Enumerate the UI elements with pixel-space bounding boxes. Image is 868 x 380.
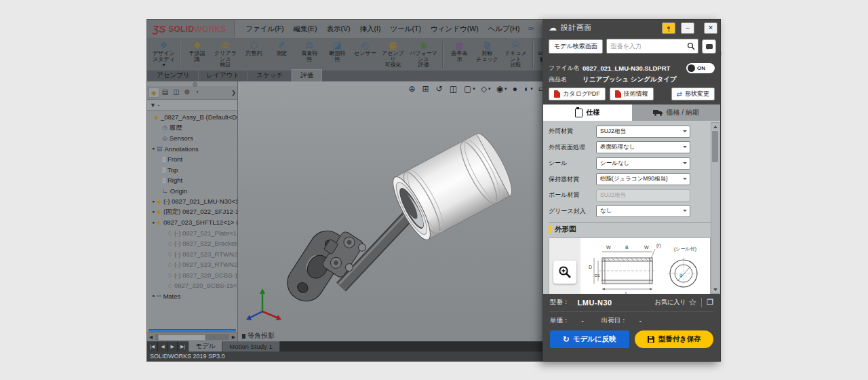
commandmanager-tab[interactable]: アセンブリ (149, 70, 199, 81)
comment-button[interactable] (702, 39, 716, 54)
part-number-input[interactable]: 型番を入力 (606, 39, 698, 54)
drawing-zoom-button[interactable] (553, 261, 576, 284)
ribbon-button[interactable]: ⧎ 対称 チェック (473, 40, 501, 70)
viewport-tool-button[interactable]: ◉▾ (496, 84, 507, 94)
ribbon-button[interactable]: ◉ パフォーマンス 評価 (407, 40, 440, 70)
spec-select[interactable]: SUJ2相当 (596, 189, 690, 202)
tree-item[interactable]: ◇ (-) 0827_523_RTWN21<2> (Defaul (147, 259, 237, 270)
close-button[interactable]: ✕ (704, 22, 717, 34)
pin-menu-icon[interactable]: ✑ (528, 24, 534, 33)
model-search-button[interactable]: モデル検索画面 (549, 39, 603, 54)
apply-to-model-button[interactable]: ↻ モデルに反映 (550, 330, 629, 348)
spec-select[interactable]: 表面処理なし (596, 141, 690, 153)
tab-nav-button[interactable]: ◀ (158, 341, 167, 352)
ribbon-button[interactable]: ⚖ 質量特 性 (296, 40, 323, 70)
shape-change-button[interactable]: ⇄形状変更 (671, 88, 715, 100)
panel-splitter-grip[interactable] (193, 82, 197, 87)
menu-item[interactable]: ファイル(F) (241, 22, 288, 36)
featuremanager-tab-icon[interactable]: ◫ (171, 88, 181, 98)
tab-nav-button[interactable]: |◀ (147, 341, 158, 352)
tree-item[interactable]: ◎ Sensors (147, 133, 237, 144)
menu-item[interactable]: ウィンドウ(W) (427, 22, 483, 36)
link-toggle[interactable]: ON (686, 63, 715, 73)
tree-item[interactable]: ◇ 0827_320_SCBS-15<2> (Default) (147, 280, 237, 291)
scroll-down-icon[interactable] (712, 286, 718, 293)
search-icon[interactable] (687, 42, 695, 50)
tab-overflow-icon[interactable]: ❯ (231, 90, 236, 96)
ribbon-button[interactable]: ⎘ ドキュメント 比較 (501, 40, 530, 70)
tech-info-button[interactable]: 技術情報 (610, 88, 654, 100)
viewport-tool-button[interactable]: ● (513, 84, 519, 94)
expand-arrow-icon[interactable]: ▸ (151, 293, 157, 299)
scroll-right-icon[interactable]: ▶ (230, 335, 237, 340)
scrollbar-thumb[interactable] (712, 131, 718, 162)
menu-item[interactable]: 表示(V) (323, 22, 355, 36)
catalog-pdf-button[interactable]: カタログPDF (549, 88, 606, 100)
commandmanager-tab[interactable]: スケッチ (248, 70, 292, 81)
tab-nav-button[interactable]: ▶ (168, 341, 178, 352)
tree-item[interactable]: ◇ (-) 0827_521_Plate<1> (Default) (147, 228, 237, 239)
tab-spec[interactable]: 仕様 (543, 104, 632, 121)
menu-item[interactable]: ヘルプ(H) (484, 22, 524, 36)
tree-item[interactable]: ◷ 履歴 (147, 123, 237, 134)
viewport-tool-button[interactable]: ↺ (436, 84, 444, 94)
tree-item[interactable]: ◇ (-) 0827_320_SCBS-15<1> (Default (147, 270, 237, 281)
tree-item[interactable]: ▯ Right (147, 175, 237, 186)
menu-item[interactable]: 編集(E) (290, 22, 321, 36)
ribbon-button[interactable]: ▦ アセンブリ 可視化 (379, 40, 407, 70)
featuremanager-tab-icon[interactable]: ▤ (160, 88, 170, 98)
ribbon-button[interactable]: ⧉ クリアランス 検証 (211, 40, 240, 70)
ribbon-button[interactable]: ▩ 曲率表 示 (446, 40, 473, 70)
tab-nav-button[interactable]: ▶| (178, 341, 189, 352)
dropdown-caret-icon[interactable]: ▾ (530, 86, 533, 92)
tree-item[interactable]: ▸ ▤ Annotations (147, 144, 237, 155)
minimize-button[interactable]: – (681, 22, 694, 34)
tree-item[interactable]: ▸ ∞ Mates (147, 291, 237, 302)
form-vertical-scrollbar[interactable] (711, 122, 719, 294)
ribbon-button[interactable]: ◪ 断面特 性 (323, 40, 351, 70)
tree-item[interactable]: ▸ ◈ 0827_023_SHFTL12<1> (Default< (147, 217, 237, 228)
tree-item[interactable]: ▯ Front (147, 154, 237, 165)
expand-arrow-icon[interactable]: ▸ (151, 209, 157, 214)
expand-arrow-icon[interactable]: ▸ (151, 199, 157, 204)
ribbon-button[interactable]: ⬡ 穴整列 (240, 40, 268, 70)
tree-filter-row[interactable]: ▼ - (147, 100, 237, 111)
tree-item[interactable]: ▸ ◆ (-) 0827_021_LMU-N30<1> (Defau (147, 196, 237, 207)
scrollbar-thumb[interactable] (158, 335, 205, 341)
ribbon-button[interactable] (180, 41, 181, 69)
featuremanager-tab-icon[interactable]: ⊕ (182, 88, 192, 98)
dropdown-caret-icon[interactable]: ▾ (488, 86, 491, 92)
scroll-left-icon[interactable]: ◀ (147, 335, 155, 340)
expand-arrow-icon[interactable]: ▸ (151, 220, 157, 225)
ribbon-button[interactable] (532, 41, 534, 69)
ribbon-button[interactable]: ◴ センサー (351, 40, 379, 70)
spec-select[interactable]: 樹脂(ジュラコンM90相当) (596, 173, 690, 185)
tree-item[interactable]: ▯ Top (147, 165, 237, 176)
copy-button[interactable]: ❐ (707, 298, 713, 307)
featuremanager-tab-icon[interactable]: ◔ (193, 88, 201, 98)
ribbon-button[interactable]: ✐ 測定 (268, 40, 296, 70)
spec-select[interactable]: なし (596, 205, 690, 217)
dropdown-caret-icon[interactable]: ▾ (505, 86, 507, 92)
viewport-tool-button[interactable]: ▢▾ (464, 84, 475, 94)
commandmanager-tab[interactable]: レイアウト (199, 70, 249, 81)
tree-item[interactable]: ◈ _0827_Assy_B (Default<Default_Displa (147, 112, 237, 123)
spec-select[interactable]: SUJ2相当 (596, 126, 690, 138)
save-with-part-number-button[interactable]: 型番付き保存 (635, 330, 714, 348)
viewport-tool-button[interactable]: ◇▾ (481, 84, 491, 94)
commandmanager-tab[interactable]: 評価 (292, 69, 322, 81)
tree-item[interactable]: ▸ ◆ (固定) 0827_022_SFJ12-140<1> (D (147, 207, 237, 218)
favorite-button[interactable]: お気に入り ☆ (655, 297, 696, 307)
viewport-tool-button[interactable]: ◫ (450, 84, 458, 94)
expand-arrow-icon[interactable]: ▸ (151, 146, 157, 151)
document-tab[interactable]: Motion Study 1 (222, 341, 279, 352)
featuremanager-tab-icon[interactable]: ◈ (149, 88, 159, 98)
tree-item[interactable]: ∟ Origin (147, 186, 237, 197)
ribbon-button[interactable] (442, 41, 443, 69)
viewport-tool-button[interactable]: ◐▾ (524, 84, 533, 94)
ribbon-button[interactable]: ❖ 干渉認 識 (183, 40, 211, 70)
dropdown-caret-icon[interactable]: ▾ (473, 86, 475, 92)
menu-item[interactable]: 挿入(I) (356, 22, 385, 36)
document-tab[interactable]: モデル (189, 341, 222, 352)
spec-select[interactable]: シールなし (596, 157, 690, 170)
